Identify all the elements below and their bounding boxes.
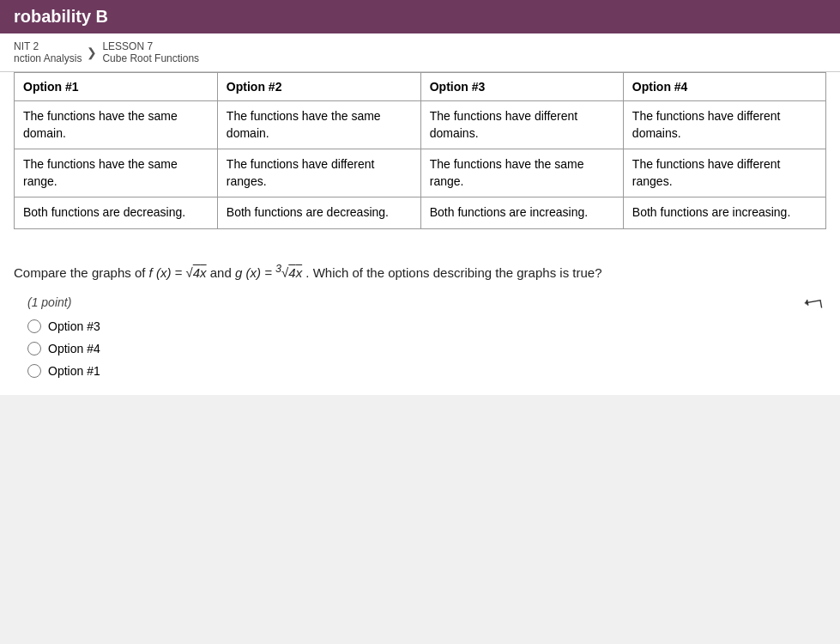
cell-3-4: Both functions are increasing. [623,197,825,229]
radio-input-option1[interactable] [27,364,41,378]
table-row: The functions have the same domain. The … [15,101,826,149]
question-text-prefix: Compare the graphs of [14,265,149,280]
cell-2-2: The functions have different ranges. [217,149,420,197]
question-text-suffix: . Which of the options describing the gr… [305,265,601,280]
radio-label-option3: Option #3 [48,319,100,333]
header-title: robability B [14,7,108,26]
breadcrumb-lesson: LESSON 7 Cube Root Functions [102,40,199,64]
question-section: Compare the graphs of f (x) = √4x and g … [14,246,826,295]
radio-input-option3[interactable] [27,319,41,333]
main-content: Option #1 Option #2 Option #3 Option #4 … [0,72,840,395]
cell-1-3: The functions have different domains. [420,101,623,149]
function-f: f (x) = √4x [149,265,207,280]
unit-sub: nction Analysis [14,52,82,64]
header-bar: robability B [0,0,840,33]
cell-3-3: Both functions are increasing. [420,197,623,229]
radio-label-option4: Option #4 [48,342,100,355]
table-row: The functions have the same range. The f… [15,149,826,197]
radio-label-option1: Option #1 [48,364,100,378]
breadcrumb-unit: NIT 2 nction Analysis [14,40,82,64]
col-header-3: Option #3 [420,73,623,101]
lesson-label: LESSON 7 [102,40,199,52]
radio-input-option4[interactable] [27,342,41,355]
radio-option-1[interactable]: Option #1 [27,364,826,378]
cell-2-4: The functions have different ranges. [623,149,825,197]
table-row: Both functions are decreasing. Both func… [15,197,826,229]
cell-1-4: The functions have different domains. [623,101,825,149]
cell-1-1: The functions have the same domain. [15,101,218,149]
points-label: (1 point) [27,295,826,309]
radio-option-3[interactable]: Option #3 [27,319,826,333]
cell-2-1: The functions have the same range. [15,149,218,197]
cell-2-3: The functions have the same range. [420,149,623,197]
col-header-1: Option #1 [15,73,218,101]
cell-3-2: Both functions are decreasing. [217,197,420,229]
radio-options: Option #3 Option #4 Option #1 [27,319,826,378]
breadcrumb: NIT 2 nction Analysis ❯ LESSON 7 Cube Ro… [0,33,840,72]
col-header-2: Option #2 [217,73,420,101]
col-header-4: Option #4 [623,73,825,101]
cell-1-2: The functions have the same domain. [217,101,420,149]
breadcrumb-chevron: ❯ [87,46,97,59]
function-g: g (x) = 3√4x [235,265,302,280]
question-text-mid: and [210,265,235,280]
lesson-sub: Cube Root Functions [102,52,199,64]
cell-3-1: Both functions are decreasing. [15,197,218,229]
options-table: Option #1 Option #2 Option #3 Option #4 … [14,72,826,229]
radio-option-4[interactable]: Option #4 [27,342,826,355]
unit-label: NIT 2 [14,40,82,52]
